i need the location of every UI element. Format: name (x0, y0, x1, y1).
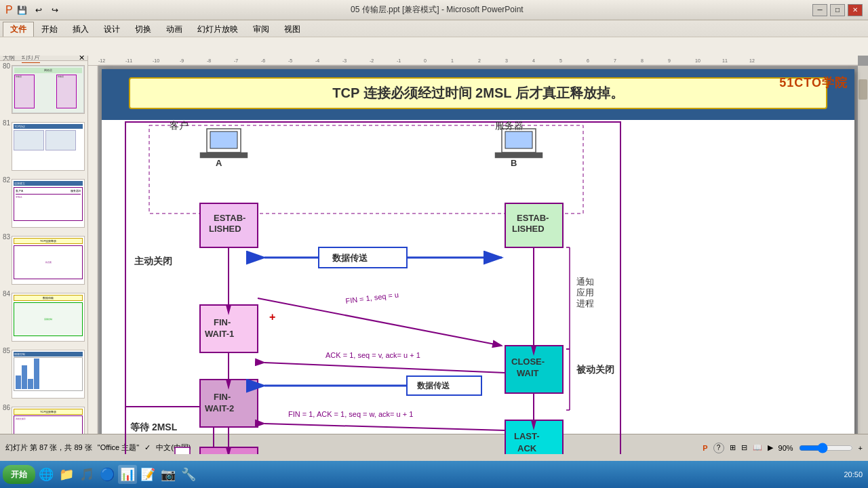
slide-num-80: 80 (3, 62, 12, 70)
svg-text:LAST-: LAST- (514, 431, 540, 441)
svg-text:-1: -1 (397, 58, 401, 63)
taskbar: 开始 🌐 📁 🎵 🔵 📊 📝 📷 🔧 20:50 (0, 461, 868, 488)
svg-text:7: 7 (614, 58, 616, 63)
slide-thumb-85[interactable]: 拥塞控制 (12, 350, 85, 399)
svg-text:FIN-: FIN- (214, 317, 231, 327)
svg-text:等待 2MSL: 等待 2MSL (130, 422, 178, 432)
slide-num-81: 81 (3, 119, 12, 127)
zoom-in-icon[interactable]: + (859, 444, 863, 452)
ruler-top: -12-11 -10-9 -8-7 -6-5 -4-3 -2-1 01 23 4… (88, 56, 858, 66)
slide-thumb-84[interactable]: 数据传输 流量控制 (12, 293, 85, 342)
tab-view[interactable]: 视图 (277, 22, 308, 37)
svg-text:客户: 客户 (170, 120, 189, 131)
svg-text:B: B (511, 158, 517, 168)
svg-text:ACK = 1, seq = v, ack= u + 1: ACK = 1, seq = v, ack= u + 1 (326, 351, 420, 359)
svg-text:8: 8 (641, 58, 644, 63)
tab-transitions[interactable]: 切换 (127, 22, 159, 37)
svg-rect-37 (505, 131, 532, 148)
svg-text:WAIT-2: WAIT-2 (205, 403, 234, 413)
svg-text:进程: 进程 (576, 298, 594, 308)
svg-text:主动关闭: 主动关闭 (134, 256, 172, 266)
svg-line-83 (264, 424, 505, 430)
svg-text:3: 3 (505, 58, 508, 63)
taskbar-icon-folder[interactable]: 📁 (57, 465, 76, 484)
svg-text:数据传送: 数据传送 (332, 253, 368, 263)
scrollbar-vertical[interactable] (858, 66, 868, 451)
minimize-button[interactable]: ─ (812, 4, 827, 16)
slide-thumb-80[interactable]: 网络层 传输层 传输层 (12, 65, 85, 114)
slide-num-82: 82 (3, 176, 12, 184)
svg-rect-36 (495, 152, 542, 158)
svg-rect-31 (200, 152, 248, 158)
diagram-svg: A 客户 B 服务器 ESTAB- LISHED ESTAB- LISHED F… (102, 115, 854, 454)
undo-icon[interactable]: ↩ (32, 3, 45, 17)
slide-panel: 大纲 幻灯片 ✕ 80 网络层 传输层 传输层 81 (0, 56, 88, 468)
svg-text:2: 2 (478, 58, 481, 63)
svg-text:ACK: ACK (517, 443, 537, 453)
ribbon-tabs: 文件 开始 插入 设计 切换 动画 幻灯片放映 审阅 视图 (0, 20, 868, 37)
svg-text:FIN = 1, ACK = 1, seq = w, ack: FIN = 1, ACK = 1, seq = w, ack= u + 1 (288, 410, 413, 418)
slide-thumb-81[interactable]: TCP协议 (12, 122, 85, 171)
taskbar-icon-ie[interactable]: 🌐 (37, 465, 56, 484)
taskbar-icon-app2[interactable]: 📷 (159, 465, 178, 484)
taskbar-icon-app3[interactable]: 🔧 (179, 465, 198, 484)
svg-text:数据传送: 数据传送 (416, 381, 450, 390)
svg-text:-3: -3 (342, 58, 347, 63)
save-icon[interactable]: 💾 (16, 3, 29, 17)
taskbar-icon-ppt[interactable]: 📊 (118, 465, 137, 484)
svg-text:11: 11 (722, 58, 728, 63)
redo-icon[interactable]: ↪ (48, 3, 62, 17)
svg-text:9: 9 (668, 58, 671, 63)
ribbon-content (0, 37, 868, 56)
svg-text:FIN = 1, seq = u: FIN = 1, seq = u (345, 290, 399, 305)
close-panel-icon[interactable]: ✕ (79, 56, 85, 62)
tab-home[interactable]: 开始 (34, 22, 65, 37)
svg-text:A: A (216, 158, 222, 168)
svg-text:-2: -2 (370, 58, 374, 63)
titlebar: P 💾 ↩ ↪ 05 传输层.ppt [兼容模式] - Microsoft Po… (0, 0, 868, 20)
slide-title: TCP 连接必须经过时间 2MSL 后才真正释放掉。 (129, 77, 827, 109)
svg-line-75 (258, 298, 502, 346)
slide-num-85: 85 (3, 347, 12, 354)
taskbar-icon-chrome[interactable]: 🔵 (98, 465, 117, 484)
tab-insert[interactable]: 插入 (65, 22, 96, 37)
start-button[interactable]: 开始 (3, 465, 35, 484)
slide-num-86: 86 (3, 404, 12, 411)
titlebar-title: 05 传输层.ppt [兼容模式] - Microsoft PowerPoint (351, 4, 524, 16)
svg-text:应用: 应用 (576, 287, 594, 298)
svg-text:-9: -9 (180, 58, 184, 63)
svg-text:6: 6 (587, 58, 589, 63)
slide-count: 幻灯片 第 87 张，共 89 张 (5, 443, 92, 453)
svg-rect-32 (210, 131, 237, 148)
svg-text:0: 0 (424, 58, 427, 63)
svg-text:LISHED: LISHED (512, 224, 545, 234)
slide-thumb-83[interactable]: TCP连接释放 状态图 (12, 236, 85, 285)
tab-animations[interactable]: 动画 (159, 22, 190, 37)
svg-line-78 (264, 363, 505, 373)
tab-design[interactable]: 设计 (96, 22, 127, 37)
slide-thumb-82[interactable]: 连接建立 客户A服务器B SYN=1 (12, 179, 85, 228)
svg-text:FIN-: FIN- (214, 392, 231, 402)
restore-button[interactable]: □ (830, 4, 845, 16)
svg-text:-8: -8 (207, 58, 211, 63)
svg-text:被动关闭: 被动关闭 (576, 364, 614, 375)
taskbar-icon-media[interactable]: 🎵 (77, 465, 96, 484)
svg-text:-5: -5 (288, 58, 292, 63)
tab-review[interactable]: 审阅 (245, 22, 277, 37)
svg-text:服务器: 服务器 (495, 120, 524, 131)
slide-num-84: 84 (3, 290, 12, 298)
svg-text:LISHED: LISHED (209, 224, 241, 234)
titlebar-controls: ─ □ ✕ (812, 4, 863, 16)
tab-slideshow[interactable]: 幻灯片放映 (190, 22, 245, 37)
close-button[interactable]: ✕ (848, 4, 863, 16)
slide-num-83: 83 (3, 233, 12, 241)
ruler-left (88, 66, 98, 451)
tab-file[interactable]: 文件 (3, 22, 34, 37)
svg-text:+: + (269, 311, 275, 323)
svg-text:-10: -10 (153, 58, 159, 63)
taskbar-icon-word[interactable]: 📝 (138, 465, 157, 484)
titlebar-left: P 💾 ↩ ↪ (5, 3, 62, 17)
clock: 20:50 (844, 470, 865, 479)
svg-text:4: 4 (532, 58, 535, 63)
ribbon: 文件 开始 插入 设计 切换 动画 幻灯片放映 审阅 视图 (0, 20, 868, 56)
